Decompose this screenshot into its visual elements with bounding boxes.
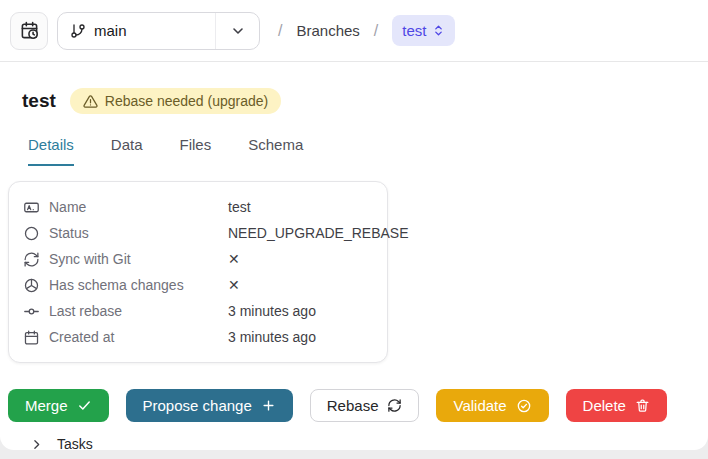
merge-button-label: Merge xyxy=(25,397,68,414)
action-bar: Merge Propose change Rebase Validate xyxy=(8,389,708,422)
sync-icon xyxy=(23,251,40,268)
validate-button[interactable]: Validate xyxy=(436,389,548,422)
rebase-needed-badge: Rebase needed (upgrade) xyxy=(70,88,281,114)
delete-button[interactable]: Delete xyxy=(566,389,667,422)
branch-switcher-label: test xyxy=(402,22,426,39)
detail-value: ✕ xyxy=(228,251,240,267)
tab-schema[interactable]: Schema xyxy=(248,136,303,166)
delete-button-label: Delete xyxy=(583,397,626,414)
status-circle-icon xyxy=(23,225,40,242)
propose-change-button[interactable]: Propose change xyxy=(126,389,293,422)
chevrons-up-down-icon xyxy=(432,24,445,37)
detail-row-schema-changes: Has schema changes ✕ xyxy=(23,272,373,298)
badge-label: Rebase needed (upgrade) xyxy=(105,93,268,109)
detail-row-name: Name test xyxy=(23,194,373,220)
rebase-button-label: Rebase xyxy=(327,397,379,414)
branch-select[interactable]: main xyxy=(57,12,260,50)
detail-label: Created at xyxy=(49,329,114,345)
tab-details[interactable]: Details xyxy=(28,136,74,166)
tasks-label: Tasks xyxy=(57,436,93,450)
branch-page-panel: main / Branches / test test xyxy=(0,0,708,450)
top-bar: main / Branches / test xyxy=(0,0,708,62)
plus-icon xyxy=(261,398,276,413)
git-branch-icon xyxy=(70,23,86,39)
detail-value: NEED_UPGRADE_REBASE xyxy=(228,225,409,241)
detail-row-sync: Sync with Git ✕ xyxy=(23,246,373,272)
warning-triangle-icon xyxy=(83,94,98,109)
branch-select-value: main xyxy=(94,22,127,39)
detail-row-status: Status NEED_UPGRADE_REBASE xyxy=(23,220,373,246)
schema-icon xyxy=(23,277,40,294)
name-field-icon xyxy=(23,199,40,216)
calendar-clock-icon xyxy=(20,21,39,40)
detail-label: Last rebase xyxy=(49,303,122,319)
detail-label: Status xyxy=(49,225,89,241)
badge-check-icon xyxy=(516,398,532,414)
check-icon xyxy=(77,398,92,413)
detail-label: Name xyxy=(49,199,86,215)
tab-files[interactable]: Files xyxy=(180,136,212,166)
chevron-down-icon xyxy=(215,13,259,49)
detail-row-created-at: Created at 3 minutes ago xyxy=(23,324,373,350)
detail-row-last-rebase: Last rebase 3 minutes ago xyxy=(23,298,373,324)
breadcrumb-separator: / xyxy=(278,22,282,40)
commit-icon xyxy=(23,303,40,320)
calendar-icon xyxy=(23,329,40,346)
breadcrumb: / Branches / test xyxy=(278,15,455,46)
tasks-toggle[interactable]: Tasks xyxy=(30,436,708,450)
detail-label: Has schema changes xyxy=(49,277,184,293)
tab-data[interactable]: Data xyxy=(111,136,143,166)
detail-value: test xyxy=(228,199,251,215)
merge-button[interactable]: Merge xyxy=(8,389,109,422)
propose-change-button-label: Propose change xyxy=(143,397,252,414)
detail-label: Sync with Git xyxy=(49,251,131,267)
detail-value: ✕ xyxy=(228,277,240,293)
details-card: Name test Status NEED_UPGRADE_REBASE Syn… xyxy=(8,181,388,363)
validate-button-label: Validate xyxy=(453,397,506,414)
page-header: test Rebase needed (upgrade) xyxy=(0,62,708,114)
history-button[interactable] xyxy=(10,12,48,50)
rebase-button[interactable]: Rebase xyxy=(310,389,420,422)
breadcrumb-branches-link[interactable]: Branches xyxy=(296,22,359,39)
detail-value: 3 minutes ago xyxy=(228,329,316,345)
trash-icon xyxy=(635,398,650,413)
branch-switcher[interactable]: test xyxy=(392,15,455,46)
page-title: test xyxy=(22,90,56,112)
tab-bar: Details Data Files Schema xyxy=(28,136,708,166)
refresh-icon xyxy=(387,398,402,413)
chevron-right-icon xyxy=(30,438,43,451)
breadcrumb-separator: / xyxy=(374,22,378,40)
detail-value: 3 minutes ago xyxy=(228,303,316,319)
